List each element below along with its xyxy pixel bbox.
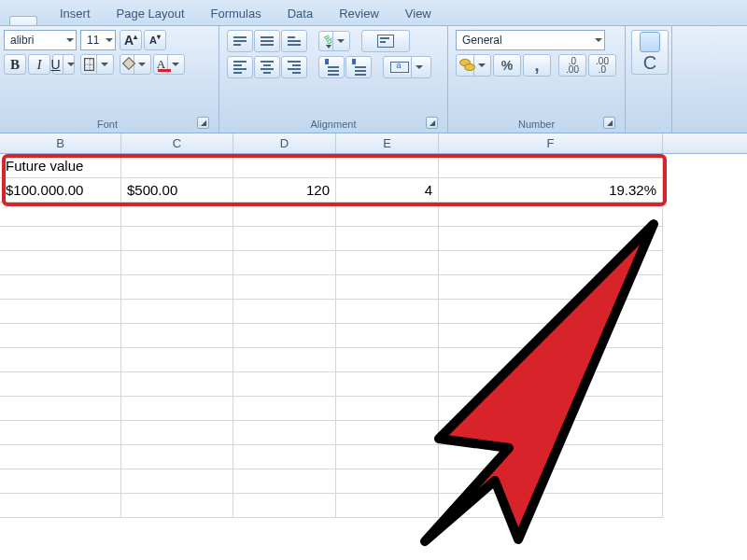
cell[interactable] xyxy=(336,324,439,348)
cell[interactable] xyxy=(0,494,121,518)
align-center-button[interactable] xyxy=(254,56,280,78)
cell[interactable] xyxy=(336,348,439,372)
font-name-combo[interactable]: alibri xyxy=(4,30,77,50)
cell-d1[interactable] xyxy=(233,154,336,178)
cell[interactable] xyxy=(121,324,233,348)
cell[interactable] xyxy=(121,227,233,251)
cell[interactable] xyxy=(439,300,663,324)
cell-c1[interactable] xyxy=(121,154,233,178)
cell[interactable] xyxy=(439,227,663,251)
tab-review[interactable]: Review xyxy=(326,3,392,25)
cell[interactable] xyxy=(336,203,439,227)
cell[interactable] xyxy=(336,251,439,275)
cropped-button[interactable]: C xyxy=(631,30,669,75)
cell[interactable] xyxy=(121,348,233,372)
cell[interactable] xyxy=(439,348,663,372)
cell[interactable] xyxy=(439,251,663,275)
align-left-button[interactable] xyxy=(227,56,253,78)
cell[interactable] xyxy=(336,445,439,469)
increase-indent-button[interactable] xyxy=(345,56,372,78)
cell-f2[interactable]: 19.32% xyxy=(439,178,663,203)
cell[interactable] xyxy=(439,275,663,300)
tab-formulas[interactable]: Formulas xyxy=(198,3,275,25)
tab-insert[interactable]: Insert xyxy=(47,3,104,25)
cell[interactable] xyxy=(336,469,439,494)
cell[interactable] xyxy=(336,397,439,421)
col-header-e[interactable]: E xyxy=(336,133,439,153)
cell[interactable] xyxy=(0,275,121,300)
cell[interactable] xyxy=(121,421,233,445)
cell[interactable] xyxy=(121,397,233,421)
cell[interactable] xyxy=(121,469,233,494)
col-header-f[interactable]: F xyxy=(439,133,663,153)
cell[interactable] xyxy=(233,300,336,324)
font-color-button[interactable]: A xyxy=(153,54,185,75)
cell[interactable] xyxy=(439,421,663,445)
cell[interactable] xyxy=(121,251,233,275)
cell[interactable] xyxy=(336,494,439,518)
cell[interactable] xyxy=(439,397,663,421)
cell[interactable] xyxy=(336,227,439,251)
cell[interactable] xyxy=(336,275,439,300)
decrease-font-size-button[interactable]: A▾ xyxy=(144,30,166,50)
fill-color-button[interactable] xyxy=(120,54,151,75)
underline-button[interactable]: U xyxy=(52,54,75,75)
cell[interactable] xyxy=(0,372,121,397)
cell[interactable] xyxy=(0,203,121,227)
cell[interactable] xyxy=(233,421,336,445)
cell[interactable] xyxy=(336,372,439,397)
cell[interactable] xyxy=(336,300,439,324)
cell-c2[interactable]: $500.00 xyxy=(121,178,233,203)
cell[interactable] xyxy=(121,372,233,397)
merge-center-button[interactable] xyxy=(383,56,431,78)
cell[interactable] xyxy=(439,324,663,348)
orientation-button[interactable] xyxy=(318,31,350,51)
cell[interactable] xyxy=(233,397,336,421)
cell[interactable] xyxy=(233,372,336,397)
cell-e1[interactable] xyxy=(336,154,439,178)
number-dialog-launcher[interactable]: ◢ xyxy=(603,117,615,129)
cell-e2[interactable]: 4 xyxy=(336,178,439,203)
cell[interactable] xyxy=(439,494,663,518)
cell[interactable] xyxy=(0,421,121,445)
cell[interactable] xyxy=(336,421,439,445)
cell[interactable] xyxy=(233,324,336,348)
decrease-indent-button[interactable] xyxy=(318,56,345,78)
percent-style-button[interactable]: % xyxy=(493,54,521,77)
align-right-button[interactable] xyxy=(281,56,307,78)
cell[interactable] xyxy=(0,300,121,324)
cell-b1[interactable]: Future value xyxy=(0,154,121,178)
bold-button[interactable]: B xyxy=(4,54,26,75)
cell[interactable] xyxy=(233,494,336,518)
wrap-text-button[interactable] xyxy=(361,30,410,52)
font-dialog-launcher[interactable]: ◢ xyxy=(197,117,209,129)
cell[interactable] xyxy=(233,275,336,300)
cell[interactable] xyxy=(0,227,121,251)
tab-home[interactable] xyxy=(9,16,37,25)
cell[interactable] xyxy=(121,203,233,227)
accounting-format-button[interactable] xyxy=(456,54,491,77)
cell[interactable] xyxy=(233,227,336,251)
font-size-combo[interactable]: 11 xyxy=(80,30,116,50)
cell[interactable] xyxy=(0,348,121,372)
number-format-combo[interactable]: General xyxy=(456,30,605,50)
cell[interactable] xyxy=(0,445,121,469)
cell[interactable] xyxy=(0,397,121,421)
cell[interactable] xyxy=(233,251,336,275)
tab-data[interactable]: Data xyxy=(275,3,326,25)
cell[interactable] xyxy=(233,445,336,469)
cell[interactable] xyxy=(233,203,336,227)
cell[interactable] xyxy=(121,445,233,469)
borders-button[interactable] xyxy=(80,54,114,75)
cell[interactable] xyxy=(0,469,121,494)
cell[interactable] xyxy=(233,348,336,372)
cell-b2[interactable]: $100.000.00 xyxy=(0,178,121,203)
tab-view[interactable]: View xyxy=(392,3,444,25)
increase-font-size-button[interactable]: A▴ xyxy=(120,30,142,50)
cell[interactable] xyxy=(439,372,663,397)
cell[interactable] xyxy=(121,494,233,518)
col-header-b[interactable]: B xyxy=(0,133,121,153)
cell[interactable] xyxy=(121,300,233,324)
align-bottom-button[interactable] xyxy=(281,30,307,52)
alignment-dialog-launcher[interactable]: ◢ xyxy=(426,117,438,129)
